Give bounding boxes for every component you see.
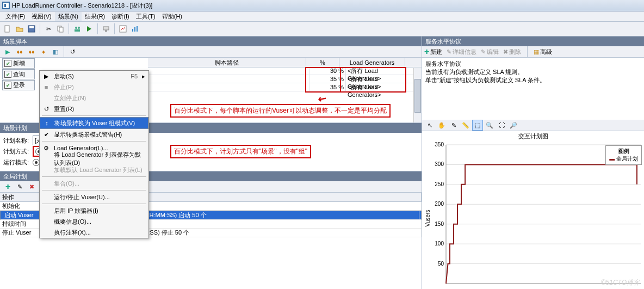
svg-rect-14 (132, 29, 133, 32)
sla-adv[interactable]: ▦高级 (534, 48, 552, 56)
scenario-menu: ▶启动(S)F5▸■停止(P)立刻停止(N)↺重置(R)↕将场景转换为 Vuse… (39, 70, 149, 238)
svg-text:250: 250 (435, 181, 444, 187)
col-pct: % (306, 58, 339, 67)
svg-rect-11 (103, 27, 109, 30)
sla-new[interactable]: ✚新建 (424, 48, 442, 56)
menu-item: ■停止(P) (40, 82, 148, 93)
watermark: ©51CTO博客 (601, 278, 640, 287)
svg-point-8 (75, 27, 77, 29)
sla-edit[interactable]: ✎编辑 (481, 48, 499, 56)
scripts-header: 场景脚本 (0, 36, 422, 46)
analysis-icon[interactable] (129, 23, 140, 34)
legend-title: 图例 (609, 147, 638, 155)
svg-point-9 (78, 27, 80, 29)
add-icon[interactable]: ✚ (2, 181, 13, 192)
svg-rect-7 (59, 27, 63, 32)
menu-0[interactable]: 文件(F) (2, 12, 28, 21)
copy-icon[interactable] (55, 23, 66, 34)
sla-line3: 单击"新建"按钮以为负载测试定义 SLA 条件。 (425, 76, 641, 84)
single-icon[interactable]: ♦ (38, 46, 49, 57)
edit-icon[interactable]: ✎ (14, 181, 25, 192)
cfg-icon[interactable]: ◧ (50, 46, 61, 57)
chart-legend: 图例 ▬ 全局计划 (605, 145, 642, 165)
vusers-icon[interactable] (72, 23, 83, 34)
result-icon[interactable] (117, 23, 128, 34)
zoomfit-icon[interactable]: ⛶ (496, 120, 507, 131)
reset-icon[interactable]: ↺ (67, 46, 78, 57)
menu-4[interactable]: 诊断(I) (108, 12, 132, 21)
svg-text:200: 200 (435, 201, 444, 207)
menu-5[interactable]: 工具(T) (133, 12, 159, 21)
script-btn[interactable]: ✔登录 (2, 80, 35, 90)
svg-rect-15 (134, 27, 135, 32)
open-icon[interactable] (14, 23, 25, 34)
sla-header: 服务水平协议 (422, 36, 644, 46)
sla-del[interactable]: ✖删除 (503, 48, 521, 56)
chart-toolbar: ↖ ✋ ✎ 📏 ⬚ 🔍 ⛶ 🔎 (422, 120, 644, 131)
annotation-1: 百分比模式下，每个脚本的运行的Vuser可以动态调整，不一定是平均分配 (170, 104, 391, 118)
menu-item[interactable]: 启用 IP 欺骗器(I) (40, 205, 148, 216)
svg-text:350: 350 (435, 142, 444, 147)
legend-item: 全局计划 (616, 156, 638, 162)
cursor-icon[interactable]: ↖ (424, 120, 435, 131)
menu-1[interactable]: 视图(V) (28, 12, 55, 21)
chart-title: 交互计划图 (422, 131, 644, 142)
menu-3[interactable]: 结果(R) (82, 12, 108, 21)
save-icon[interactable] (26, 23, 37, 34)
zoomin-icon[interactable]: 🔍 (484, 120, 495, 131)
chart-area: 交互计划图 50100150200250300350Vusers 图例 ▬ 全局… (422, 131, 644, 289)
new-icon[interactable] (2, 23, 13, 34)
col-lg: Load Generators (339, 58, 405, 67)
pen-icon[interactable]: ✎ (448, 120, 459, 131)
window-title: HP LoadRunner Controller - Scenario1218 … (12, 2, 152, 10)
menu-6[interactable]: 帮助(H) (159, 12, 185, 21)
svg-text:50: 50 (438, 261, 444, 267)
menu-item[interactable]: 概要信息(O)... (40, 216, 148, 227)
svg-text:Vusers: Vusers (425, 210, 431, 227)
svg-rect-2 (4, 4, 6, 7)
run-icon[interactable] (84, 23, 95, 34)
sla-toolbar: ✚新建 ✎详细信息 ✎编辑 ✖删除 ▦高级 (422, 46, 644, 58)
sla-body: 服务水平协议 当前没有为负载测试定义 SLA 规则。 单击"新建"按钮以为负载测… (422, 58, 644, 120)
script-btn[interactable]: ✔查询 (2, 69, 35, 79)
svg-rect-3 (5, 26, 9, 32)
cut-icon[interactable]: ✂ (43, 23, 54, 34)
menu-2[interactable]: 场景(N) (55, 12, 82, 21)
zoomout-icon[interactable]: 🔎 (508, 120, 519, 131)
scroll-bar[interactable] (413, 68, 422, 122)
script-grid-header: 脚本路径 % Load Generators (148, 58, 422, 67)
sla-line1: 服务水平协议 (425, 60, 641, 68)
plan-name-label: 计划名称: (3, 137, 29, 145)
ruler-icon[interactable]: 📏 (460, 120, 471, 131)
svg-rect-16 (137, 26, 138, 32)
menubar: 文件(F)视图(V)场景(N)结果(R)诊断(I)工具(T)帮助(H) (0, 11, 644, 22)
svg-text:300: 300 (435, 161, 444, 167)
grp2-icon[interactable]: ♦♦ (26, 46, 37, 57)
col-path: 脚本路径 (148, 58, 306, 67)
menu-item: 加载默认 Load Generator 列表(L) (40, 164, 148, 175)
script-btn[interactable]: ✔新增 (2, 58, 35, 69)
hand-icon[interactable]: ✋ (436, 120, 447, 131)
menu-item[interactable]: 将 Load Generator 列表保存为默认列表(D) (40, 153, 148, 164)
sla-detail[interactable]: ✎详细信息 (447, 48, 476, 56)
grp-icon[interactable]: ♦♦ (14, 46, 25, 57)
runmode-label: 运行模式: (3, 158, 29, 167)
svg-text:150: 150 (435, 221, 444, 227)
annotation-2: 百分比模式下，计划方式只有"场景"，没有"组" (170, 145, 311, 158)
highlight-pct (305, 67, 341, 93)
del-icon[interactable]: ✖ (26, 181, 37, 192)
lg-icon[interactable] (101, 23, 112, 34)
menu-item[interactable]: ↺重置(R) (40, 103, 148, 114)
svg-text:100: 100 (435, 241, 444, 247)
menu-item[interactable]: ✔显示转换场景模式警告(H) (40, 129, 148, 140)
svg-rect-12 (105, 30, 107, 32)
menu-item[interactable]: 运行/停止 Vuser(U)... (40, 192, 148, 202)
menu-item[interactable]: ↕将场景转换为 Vuser 组模式(V) (40, 117, 148, 129)
main-toolbar: ✂ (0, 22, 644, 36)
plan-mode-label: 计划方式: (3, 147, 29, 156)
play-icon[interactable]: ▶ (2, 46, 13, 57)
sla-line2: 当前没有为负载测试定义 SLA 规则。 (425, 68, 641, 76)
sel-icon[interactable]: ⬚ (472, 120, 483, 131)
menu-item[interactable]: ▶启动(S)F5▸ (40, 71, 148, 82)
menu-item[interactable]: 执行注释(X)... (40, 227, 148, 238)
